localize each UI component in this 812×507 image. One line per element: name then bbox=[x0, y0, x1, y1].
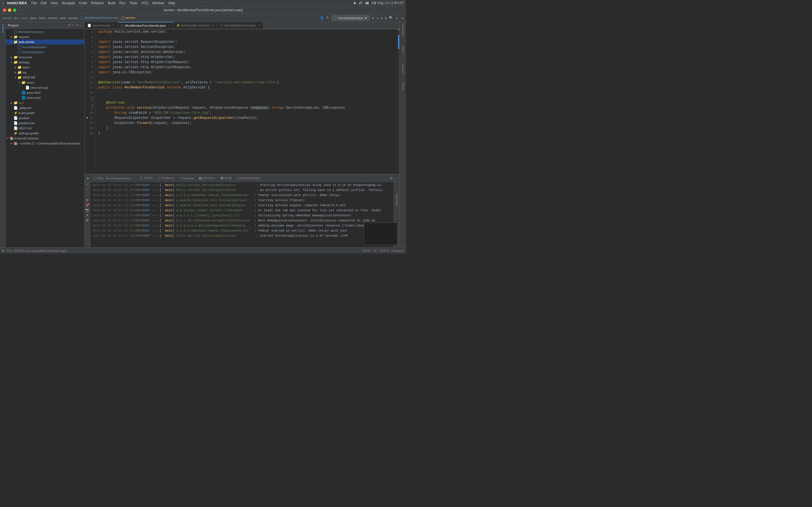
bottom-tab-todo[interactable]: ☰ TODO bbox=[138, 175, 154, 181]
gradle-icon[interactable]: Gradle bbox=[402, 46, 404, 54]
code-content[interactable]: package hello.servlet.web.servlet; impor… bbox=[96, 29, 397, 174]
trash-icon[interactable]: 🗑 bbox=[85, 218, 90, 223]
minimize-bottom-icon[interactable]: − bbox=[395, 176, 397, 180]
nav-arrow-left[interactable]: ► bbox=[395, 16, 398, 20]
tree-item-gitignore[interactable]: 📄 .gitignore bbox=[6, 105, 84, 110]
tree-item-views[interactable]: ▼ 📁 views bbox=[6, 80, 84, 85]
rerun-icon[interactable]: ↻ bbox=[85, 182, 90, 187]
tree-item-webservlet[interactable]: ▼ 📁 web.servlet bbox=[6, 40, 84, 45]
menu-help[interactable]: Help bbox=[168, 1, 175, 5]
menu-tools[interactable]: Tools bbox=[130, 1, 137, 5]
settings-icon[interactable]: ⚙ bbox=[76, 23, 79, 27]
breadcrumb-servlet[interactable]: servlet bbox=[2, 16, 11, 20]
tree-item-memberrepository[interactable]: ◯ MemberRepository bbox=[6, 29, 84, 34]
run-config-selector[interactable]: ◯ ServletApplication ▼ bbox=[331, 15, 370, 20]
tree-item-helpmd[interactable]: 📄 HELP.md bbox=[6, 126, 84, 131]
tree-item-corretto[interactable]: ▶ 📚 < corretto-11 > /Users/sunghak/Libra… bbox=[6, 141, 84, 146]
tree-item-resources[interactable]: ▶ 📁 resources bbox=[6, 55, 84, 60]
expand-all-icon[interactable]: ⇄ bbox=[68, 23, 70, 27]
tab-mvc-close[interactable]: ✕ bbox=[168, 24, 170, 27]
menu-window[interactable]: Window bbox=[152, 1, 164, 5]
statusbar-indent[interactable]: 4 spaces bbox=[391, 249, 404, 252]
menu-file[interactable]: File bbox=[31, 1, 37, 5]
notifications-icon[interactable]: Notifications bbox=[402, 23, 404, 37]
statusbar-lf[interactable]: LF bbox=[373, 249, 377, 252]
tree-item-basichtml[interactable]: 🌐 basic.html bbox=[6, 90, 84, 95]
scroll-up-icon[interactable]: ↑ bbox=[85, 187, 90, 192]
menu-navigate[interactable]: Navigate bbox=[62, 1, 75, 5]
tree-item-basic[interactable]: ▶ 📁 basic bbox=[6, 65, 84, 70]
stop-icon[interactable]: ■ bbox=[385, 16, 387, 20]
editor-scrollbar[interactable] bbox=[397, 29, 399, 174]
nav-bookmark-icon[interactable]: ⚑ bbox=[326, 16, 329, 20]
tree-item-test[interactable]: ▶ 📁 test bbox=[6, 100, 84, 105]
project-icon[interactable]: Project bbox=[1, 23, 5, 34]
spring-icon[interactable]: Spring bbox=[402, 83, 404, 90]
statusbar-encoding[interactable]: UTF-8 bbox=[380, 249, 389, 252]
tab-mvcmemberformservlet[interactable]: ◯ MvcMemberFormServlet.java ✕ bbox=[118, 22, 173, 29]
camera-icon[interactable]: 📷 bbox=[85, 208, 90, 212]
breadcrumb-main[interactable]: main bbox=[21, 16, 28, 20]
settings-bottom-icon[interactable]: ⚙ bbox=[390, 176, 393, 180]
tree-item-gradlew[interactable]: 📄 gradlew bbox=[6, 115, 84, 121]
bookmarks-label[interactable]: Bookmarks bbox=[395, 193, 398, 206]
run-build-icon[interactable]: ▶ bbox=[372, 16, 374, 20]
scroll-thumb[interactable] bbox=[398, 35, 399, 49]
close-panel-icon[interactable]: − bbox=[80, 24, 82, 27]
tab-newformjsp-close[interactable]: ✕ bbox=[112, 24, 115, 27]
breadcrumb-java[interactable]: java bbox=[31, 16, 36, 20]
scroll-down-icon[interactable]: ↓ bbox=[85, 193, 90, 197]
close-button[interactable] bbox=[3, 8, 6, 12]
bottom-tab-terminal[interactable]: > Terminal bbox=[177, 175, 196, 181]
menu-refactor[interactable]: Refactor bbox=[91, 1, 104, 5]
bottom-tab-problems[interactable]: ⚠ Problems bbox=[155, 175, 177, 181]
tree-item-servletinitializer[interactable]: ◯ ServletInitializer bbox=[6, 50, 84, 55]
breadcrumb-servlet3[interactable]: servlet bbox=[68, 16, 78, 20]
menu-code[interactable]: Code bbox=[79, 1, 87, 5]
tab-build-close[interactable]: ✕ bbox=[211, 24, 214, 27]
filter-icon[interactable]: ▼ bbox=[85, 213, 90, 217]
tree-item-buildgradle[interactable]: ⚡ build.gradle bbox=[6, 110, 84, 115]
collapse-icon[interactable]: ≡ bbox=[72, 24, 74, 27]
tree-item-webapp[interactable]: ▼ 📁 webapp bbox=[6, 60, 84, 65]
bottom-tab-services[interactable]: ▮▮ Services bbox=[197, 175, 217, 181]
stop-run-icon[interactable]: ■ bbox=[85, 198, 90, 202]
tree-item-request[interactable]: ▶ 📁 request bbox=[6, 34, 84, 40]
tab-servletapp[interactable]: ◯ ServletApplication.java ✕ bbox=[217, 22, 263, 29]
tree-item-webinf[interactable]: ▼ 📁 WEB-INF bbox=[6, 75, 84, 80]
minimize-button[interactable] bbox=[8, 8, 11, 12]
tree-item-extlibs[interactable]: ▼ 📚 External Libraries bbox=[6, 136, 84, 141]
breadcrumb-hello[interactable]: hello bbox=[39, 16, 45, 20]
breadcrumb-servlet2[interactable]: servlet bbox=[48, 16, 57, 20]
bottom-tab-dependencies[interactable]: ☳ Dependencies bbox=[235, 175, 262, 181]
menu-run[interactable]: Run bbox=[119, 1, 125, 5]
tab-buildgradle[interactable]: ⚡ build.gradle (servlet) ✕ bbox=[173, 22, 217, 29]
tree-item-settingsgradle[interactable]: ⚡ settings.gradle bbox=[6, 131, 84, 136]
breadcrumb-class[interactable]: ◯ MvcMemberFormServlet bbox=[80, 16, 118, 20]
search-navbar-icon[interactable]: 🔍 bbox=[389, 16, 393, 20]
menu-vcs[interactable]: VCS bbox=[141, 1, 148, 5]
tree-item-indexhtml[interactable]: 🌐 index.html bbox=[6, 95, 84, 100]
breadcrumb-web[interactable]: web bbox=[60, 16, 66, 20]
run-coverage-icon[interactable]: ■ bbox=[381, 16, 383, 20]
menu-view[interactable]: View bbox=[50, 1, 58, 5]
nav-arrow-right[interactable]: ◄ bbox=[401, 16, 404, 20]
vcs-icon[interactable]: ▶ bbox=[2, 249, 4, 252]
tab-newformjsp[interactable]: 📄 new-form.jsp ✕ bbox=[85, 22, 118, 29]
tab-servletapp-close[interactable]: ✕ bbox=[258, 24, 260, 27]
breadcrumb-src[interactable]: src bbox=[14, 16, 18, 20]
bottom-tab-build[interactable]: ☎ Build bbox=[218, 175, 234, 181]
pin-icon[interactable]: 📌 bbox=[85, 203, 90, 207]
bottom-tab-run[interactable]: ◯ Run: ServletApplication ✕ bbox=[91, 175, 137, 181]
tree-item-gradlewbat[interactable]: 📄 gradlew.bat bbox=[6, 121, 84, 126]
breadcrumb-method[interactable]: ◯ service bbox=[121, 16, 135, 20]
maximize-button[interactable] bbox=[13, 8, 16, 12]
code-editor[interactable]: 1 2 3 4 5 6 7 8 9 10 11 12 13 14 ● @ 15 … bbox=[85, 29, 399, 174]
menu-edit[interactable]: Edit bbox=[41, 1, 47, 5]
menu-build[interactable]: Build bbox=[108, 1, 115, 5]
structure-icon[interactable]: Structure bbox=[402, 63, 404, 73]
tree-item-jsp[interactable]: ▶ 📁 jsp bbox=[6, 70, 84, 75]
tree-item-newformjsp[interactable]: 📄 new-form.jsp bbox=[6, 85, 84, 90]
nav-person-icon[interactable]: 👤 bbox=[320, 16, 324, 20]
run-tab-close[interactable]: ✕ bbox=[133, 177, 135, 180]
